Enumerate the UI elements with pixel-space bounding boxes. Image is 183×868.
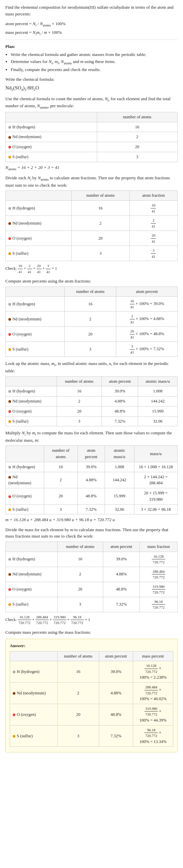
table-row: Nd (neodymium) 2 4.88% 144.242 2 × 144.2… <box>6 472 178 488</box>
apct-o: 2041 × 100% = 48.8% <box>116 327 178 342</box>
mf-nd: 288.484720.772 <box>140 567 178 582</box>
col-apct: atom percent <box>103 541 140 552</box>
mass-o: 15.999 <box>138 406 178 416</box>
answer-label: Answer: <box>10 643 173 649</box>
el-s: S (sulfur) <box>6 342 65 357</box>
col-fraction: atom fraction <box>129 191 177 201</box>
dot-o <box>13 713 16 716</box>
apct-s: 7.32% <box>102 416 138 426</box>
mass-fraction-check: Check: 16.128720.772 + 288.484720.772 + … <box>5 614 178 626</box>
atoms-o: 20 <box>97 142 177 152</box>
col-atoms: number of atoms <box>71 191 129 201</box>
at-nd: 2 <box>64 312 116 327</box>
at-h: 16 <box>64 297 116 312</box>
mass-nd: 2 × 144.242 = 288.484 <box>134 472 177 488</box>
table-row: O (oxygen) 20 48.8% 319.980720.772 ×100%… <box>10 704 173 725</box>
plan-section: Plan: Write the chemical formula and gat… <box>5 43 178 73</box>
table-row: H (hydrogen) 16 39.0% 1.008 16 × 1.008 =… <box>6 462 178 472</box>
mf-o: 319.980720.772 <box>140 582 178 597</box>
table-row: H (hydrogen) 16 39.0% 1.008 <box>6 386 178 397</box>
at-o: 20 <box>57 704 99 725</box>
dot-h <box>8 126 11 129</box>
table-row: H (hydrogen) 16 39.0% 16.128720.772 <box>6 552 178 567</box>
apct-nd: 4.88% <box>103 567 140 582</box>
atoms-h: 16 <box>97 122 177 132</box>
el-s: S (sulfur) <box>6 246 72 261</box>
intro-text: Find the elemental composition for neody… <box>5 4 178 17</box>
col-apct: atom percent <box>99 651 133 661</box>
amass-nd: 144.242 <box>105 472 134 488</box>
table-row: H (hydrogen) 16 1641 <box>6 201 178 216</box>
apct-h: 39.0% <box>102 386 138 397</box>
el-s: S (sulfur) <box>10 725 58 747</box>
fr-s: 341 <box>129 246 177 261</box>
col-mpct: mass percent <box>133 651 173 661</box>
element-o: O (oxygen) <box>6 142 97 152</box>
amass-h: 1.008 <box>105 462 134 472</box>
atomic-mass-table: number of atoms atom percent atomic mass… <box>5 376 178 427</box>
dot-s <box>13 735 16 738</box>
at-s: 3 <box>44 504 78 515</box>
col-el <box>6 446 44 462</box>
chemical-formula-display: Nd2(SO4)3·8H2O <box>5 84 178 92</box>
plan-list: Write the chemical formula and gather at… <box>11 51 178 73</box>
at-nd: 2 <box>71 216 129 231</box>
col-el <box>6 541 58 552</box>
table-row: H (hydrogen) 16 <box>6 122 178 132</box>
apct-s: 7.32% <box>103 597 140 612</box>
dot-nd <box>8 222 11 225</box>
plan-header: Plan: <box>5 43 178 50</box>
table-row: O (oxygen) 20 48.8% 319.980720.772 <box>6 582 178 597</box>
col-mf: mass fraction <box>140 541 178 552</box>
chemical-formula-header: Write the chemical formula: <box>5 76 178 83</box>
apct-s: 7.32% <box>78 504 104 515</box>
el-h: H (hydrogen) <box>10 661 58 683</box>
at-o: 20 <box>44 488 78 505</box>
at-h: 16 <box>57 386 102 397</box>
at-s: 3 <box>64 342 116 357</box>
atom-percent-header: Compute atom percents using the atom fra… <box>5 278 178 284</box>
col-el <box>6 376 57 386</box>
mass-percent-formula: mass percent = Nimi / m × 100% <box>5 29 178 36</box>
molecular-mass-section: Multiply Ni by mi to compute the mass fo… <box>5 430 178 523</box>
table-row: O (oxygen) 20 2041 <box>6 231 178 246</box>
count-section: Use the chemical formula to count the nu… <box>5 95 178 172</box>
at-h: 16 <box>57 552 103 567</box>
col-apct: atom percent <box>102 376 138 386</box>
apct-s: 7.32% <box>99 725 133 747</box>
table-row: O (oxygen) 20 <box>6 142 178 152</box>
el-nd: Nd (neodymium) <box>6 472 44 488</box>
col-apct: atom percent <box>78 446 104 462</box>
atom-percent-table: number of atoms atom percent H (hydrogen… <box>5 286 178 357</box>
mass-percent-compute-header: Compute mass percents using the mass fra… <box>5 629 178 636</box>
dot-h <box>8 390 11 393</box>
dot-o <box>8 588 11 591</box>
col-apct: atom percent <box>116 286 178 297</box>
atomic-mass-section: Look up the atomic mass, mi, in unified … <box>5 360 178 426</box>
fr-nd: 241 <box>129 216 177 231</box>
mpct-nd: 288.484720.772 ×100% = 40.02% <box>133 683 173 704</box>
mass-fraction-header: Divide the mass for each element by m to… <box>5 527 178 539</box>
el-s: S (sulfur) <box>6 597 58 612</box>
mass-o: 20 × 15.999 = 319.980 <box>134 488 177 505</box>
dot-h <box>8 303 11 306</box>
apct-h: 1641 × 100% = 39.0% <box>116 297 178 312</box>
dot-h <box>8 207 11 210</box>
element-nd: Nd (neodymium) <box>6 132 97 142</box>
at-s: 3 <box>57 597 103 612</box>
atoms-s: 3 <box>97 152 177 162</box>
el-s: S (sulfur) <box>6 416 57 426</box>
mpct-h: 16.128720.772 ×100% = 2.238% <box>133 661 173 683</box>
dot-s <box>8 508 11 511</box>
el-h: H (hydrogen) <box>6 386 57 397</box>
col-el <box>6 191 72 201</box>
at-h: 16 <box>57 661 99 683</box>
dot-h <box>8 466 11 468</box>
el-h: H (hydrogen) <box>6 297 65 312</box>
col-atoms: number of atoms <box>57 541 103 552</box>
table-row: O (oxygen) 20 48.8% 15.999 20 × 15.999 =… <box>6 488 178 505</box>
el-nd: Nd (neodymium) <box>6 216 72 231</box>
answer-box: Answer: number of atoms atom percent mas… <box>5 639 178 752</box>
dot-nd <box>8 573 11 576</box>
m-equation: m = 16.128 u + 288.484 u + 319.980 u + 9… <box>5 517 178 523</box>
